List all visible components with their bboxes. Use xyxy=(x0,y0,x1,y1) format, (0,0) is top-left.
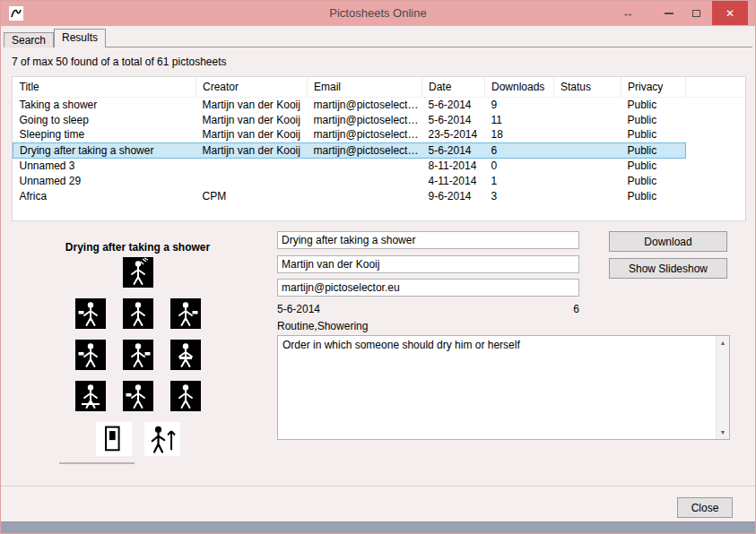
horizontal-arrows-icon: ↔ xyxy=(622,6,634,20)
titlebar[interactable]: Pictosheets Online ↔ ✕ xyxy=(1,1,755,26)
minimize-button[interactable] xyxy=(656,1,682,25)
walk-arrow-pictogram-icon xyxy=(144,422,180,456)
cell-date: 9-6-2014 xyxy=(422,188,485,203)
footer-band xyxy=(1,487,755,523)
pictogram-row xyxy=(50,340,225,370)
scroll-up-icon[interactable]: ▲ xyxy=(717,336,729,349)
table-row[interactable]: Drying after taking a showerMartijn van … xyxy=(13,142,746,158)
description-box[interactable]: Order in which someone should dry him or… xyxy=(277,335,730,440)
cell-email: martijn@pictoselect… xyxy=(308,97,422,112)
cell-creator: Martijn van der Kooij xyxy=(196,142,308,158)
tab-divider xyxy=(4,47,752,47)
cell-date: 23-5-2014 xyxy=(422,127,485,142)
title-field[interactable] xyxy=(277,231,579,249)
cell-privacy: Public xyxy=(621,142,686,158)
cell-creator: Martijn van der Kooij xyxy=(196,127,308,142)
cell-privacy: Public xyxy=(621,97,686,112)
pictogram-row xyxy=(50,422,225,456)
cell-creator: Martijn van der Kooij xyxy=(196,97,308,112)
tab-results[interactable]: Results xyxy=(54,29,106,47)
towel-left-pictogram-icon xyxy=(75,340,106,370)
fine-print-line xyxy=(59,462,135,464)
expand-button[interactable]: ↔ xyxy=(615,1,640,25)
cell-title: Taking a shower xyxy=(13,97,196,112)
cell-title: Going to sleep xyxy=(13,112,196,127)
cell-filler xyxy=(686,127,746,142)
email-field[interactable] xyxy=(277,279,579,297)
column-header-date[interactable]: Date xyxy=(422,77,485,97)
towel-right-pictogram-icon xyxy=(123,340,153,370)
cell-title: Unnamed 29 xyxy=(13,173,196,188)
downloads-count: 6 xyxy=(573,303,579,315)
pictogram-row xyxy=(50,257,225,288)
towel-left-pictogram-icon xyxy=(123,381,153,411)
column-header-email[interactable]: Email xyxy=(308,77,422,97)
close-window-button[interactable]: ✕ xyxy=(712,1,748,25)
table-row[interactable]: Taking a showerMartijn van der Kooijmart… xyxy=(13,97,746,112)
column-header-downloads[interactable]: Downloads xyxy=(485,77,554,97)
column-header-title[interactable]: Title xyxy=(13,77,196,97)
creator-field[interactable] xyxy=(277,255,579,273)
show-slideshow-button[interactable]: Show Slideshow xyxy=(609,258,727,279)
scroll-down-icon[interactable]: ▼ xyxy=(717,426,729,439)
cell-email xyxy=(308,173,422,188)
column-header-status[interactable]: Status xyxy=(554,77,621,97)
cell-title: Sleeping time xyxy=(13,127,196,142)
shower-pictogram-icon xyxy=(123,257,153,288)
towel-right-pictogram-icon xyxy=(170,298,201,329)
cell-email xyxy=(308,188,422,203)
cell-email: martijn@pictoselect… xyxy=(308,127,422,142)
cell-downloads: 9 xyxy=(485,97,554,112)
cell-downloads: 6 xyxy=(485,142,554,158)
pictosheets-online-window: Pictosheets Online ↔ ✕ SearchResults 7 o… xyxy=(0,0,756,534)
bench-pictogram-icon xyxy=(75,381,106,411)
categories-label: Routine,Showering xyxy=(277,320,368,332)
cell-downloads: 11 xyxy=(485,112,554,127)
column-header-creator[interactable]: Creator xyxy=(196,77,308,97)
cell-downloads: 1 xyxy=(485,173,554,188)
cell-downloads: 0 xyxy=(485,158,554,173)
cell-status xyxy=(554,112,621,127)
cell-status xyxy=(554,188,621,203)
cell-status xyxy=(554,142,621,158)
table-row[interactable]: Going to sleepMartijn van der Kooijmarti… xyxy=(13,112,746,127)
table-row[interactable]: Sleeping timeMartijn van der Kooijmartij… xyxy=(13,127,746,142)
cell-date: 8-11-2014 xyxy=(422,158,485,173)
cell-privacy: Public xyxy=(621,127,686,142)
minimize-icon xyxy=(665,13,673,14)
cell-creator xyxy=(196,158,308,173)
cell-filler xyxy=(686,188,746,203)
cell-downloads: 18 xyxy=(485,127,554,142)
close-icon: ✕ xyxy=(726,7,734,20)
cell-title: Drying after taking a shower xyxy=(13,142,196,158)
maximize-icon xyxy=(692,10,700,17)
column-header-privacy[interactable]: Privacy xyxy=(621,77,686,97)
results-list[interactable]: TitleCreatorEmailDateDownloadsStatusPriv… xyxy=(12,76,746,221)
cell-privacy: Public xyxy=(621,173,686,188)
maximize-button[interactable] xyxy=(683,1,708,25)
table-row[interactable]: Unnamed 294-11-20141Public xyxy=(13,173,746,188)
pictogram-row xyxy=(50,381,225,411)
table-row[interactable]: Unnamed 38-11-20140Public xyxy=(13,158,746,173)
description-text: Order in which someone should dry him or… xyxy=(282,339,711,351)
pictogram-row xyxy=(50,298,225,329)
close-button[interactable]: Close xyxy=(677,497,733,518)
cell-date: 5-6-2014 xyxy=(422,142,485,158)
cell-filler xyxy=(686,97,746,112)
date-label: 5-6-2014 xyxy=(277,303,320,315)
cell-status xyxy=(554,158,621,173)
cell-privacy: Public xyxy=(621,158,686,173)
pictogram-grid xyxy=(50,257,225,456)
table-row[interactable]: AfricaCPM9-6-20143Public xyxy=(13,188,746,203)
download-button[interactable]: Download xyxy=(609,231,727,252)
cell-date: 5-6-2014 xyxy=(422,112,485,127)
description-scrollbar[interactable]: ▲ ▼ xyxy=(716,336,729,439)
cell-privacy: Public xyxy=(621,188,686,203)
cell-title: Unnamed 3 xyxy=(13,158,196,173)
towel-waist-pictogram-icon xyxy=(170,340,201,370)
results-summary: 7 of max 50 found of a total of 61 picto… xyxy=(12,56,227,68)
tab-search[interactable]: Search xyxy=(4,32,54,47)
cell-creator xyxy=(196,173,308,188)
cell-title: Africa xyxy=(13,188,196,203)
cell-date: 4-11-2014 xyxy=(422,173,485,188)
